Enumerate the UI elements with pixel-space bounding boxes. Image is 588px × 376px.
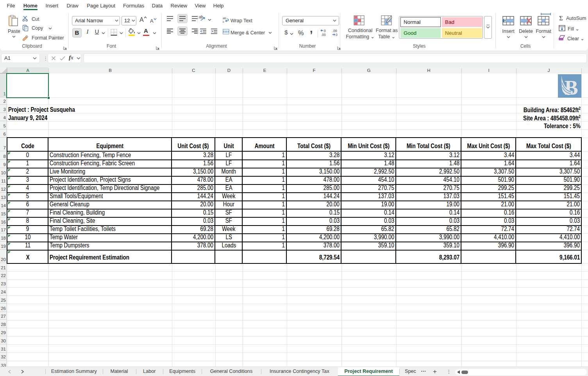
svg-text:0: 0 — [324, 29, 326, 33]
svg-text:c: c — [223, 20, 224, 23]
svg-text:.00: .00 — [332, 29, 337, 33]
svg-text:0: 0 — [336, 33, 338, 37]
svg-text:.00: .00 — [321, 33, 326, 37]
